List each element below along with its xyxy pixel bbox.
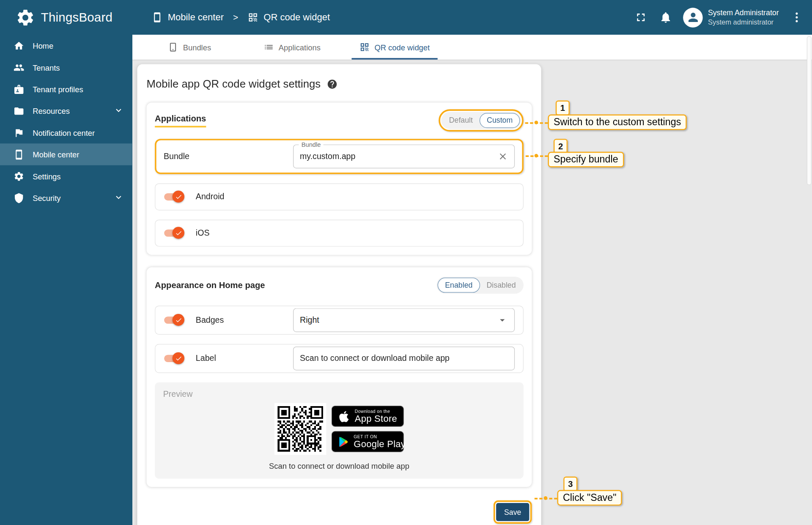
bundle-field-floating-label: Bundle: [299, 141, 324, 148]
check-icon: [175, 355, 182, 362]
app-store-badge[interactable]: Download on the App Store: [332, 406, 404, 427]
sidebar-item-label: Settings: [33, 172, 60, 181]
sidebar-item-notification-center[interactable]: Notification center: [0, 122, 132, 143]
app-name: ThingsBoard: [41, 10, 112, 25]
clear-bundle-button[interactable]: [498, 151, 508, 162]
bell-icon: [659, 11, 672, 24]
android-label: Android: [196, 192, 225, 201]
qr-code-icon: [359, 42, 370, 52]
sidebar-item-home[interactable]: Home: [0, 35, 132, 56]
breadcrumb-separator: >: [233, 12, 238, 22]
tab-applications[interactable]: Applications: [241, 35, 343, 60]
settings-card: Mobile app QR code widget settings Appli…: [137, 64, 541, 525]
thingsboard-logo[interactable]: ThingsBoard: [0, 8, 132, 27]
disabled-button[interactable]: Disabled: [480, 278, 523, 293]
tenants-icon: [14, 62, 25, 73]
annotation-connector-dot: [544, 496, 548, 500]
page-title: Mobile app QR code widget settings: [147, 78, 532, 90]
ios-toggle[interactable]: [164, 227, 184, 239]
user-name: System Administrator: [708, 8, 779, 18]
avatar: [683, 8, 703, 27]
notifications-button[interactable]: [658, 10, 672, 25]
sidebar-item-mobile-center[interactable]: Mobile center: [0, 143, 132, 165]
sidebar-item-label: Resources: [33, 107, 70, 115]
badges-position-select[interactable]: Right: [293, 308, 515, 332]
default-mode-button[interactable]: Default: [442, 113, 480, 128]
annotation-highlight-save: Save: [494, 500, 532, 524]
breadcrumb-item[interactable]: Mobile center: [168, 12, 224, 23]
tab-qr-code-widget[interactable]: QR code widget: [343, 35, 446, 60]
person-icon: [686, 10, 700, 24]
tab-bundles[interactable]: Bundles: [138, 35, 241, 60]
applications-icon: [263, 42, 274, 52]
annotation-connector-dot: [535, 121, 538, 124]
sidebar-item-settings[interactable]: Settings: [0, 165, 132, 187]
fullscreen-button[interactable]: [634, 10, 648, 25]
annotation-highlight-bundle: Bundle Bundle: [155, 139, 524, 174]
security-icon: [14, 192, 25, 203]
chevron-down-icon: [113, 192, 123, 204]
label-field: [293, 346, 515, 370]
qr-code-image: [274, 403, 326, 455]
app-window: ThingsBoard Mobile center > QR code widg…: [0, 0, 812, 525]
user-role: System administrator: [708, 18, 779, 27]
app-store-name: App Store: [355, 414, 397, 424]
label-toggle[interactable]: [164, 352, 184, 365]
annotation-callout: Switch to the custom settings: [548, 115, 687, 130]
sidebar-item-tenants[interactable]: Tenants: [0, 56, 132, 78]
thingsboard-logo-icon: [16, 8, 36, 27]
bundle-input[interactable]: [300, 152, 494, 161]
breadcrumb-item-current: QR code widget: [263, 12, 330, 23]
apple-icon: [337, 410, 350, 422]
topbar-actions: System Administrator System administrato…: [634, 8, 812, 27]
android-row: Android: [155, 183, 524, 210]
tab-label: Bundles: [183, 43, 211, 52]
mobile-center-icon: [14, 149, 25, 160]
preview-title: Preview: [163, 390, 516, 399]
appearance-panel: Appearance on Home page Enabled Disabled…: [147, 267, 532, 487]
bundle-row-label: Bundle: [164, 152, 293, 161]
dropdown-arrow-icon: [497, 314, 508, 326]
content-area: Bundles Applications QR code widget Mobi…: [132, 35, 812, 525]
preview-caption: Scan to connect or download mobile app: [163, 462, 516, 470]
label-row: Label: [155, 344, 524, 373]
annotation-callout: Specify bundle: [548, 152, 624, 168]
ios-row: iOS: [155, 220, 524, 247]
help-button[interactable]: [327, 79, 338, 90]
enabled-button[interactable]: Enabled: [438, 278, 480, 293]
kebab-menu-icon: [790, 11, 803, 24]
user-menu[interactable]: System Administrator System administrato…: [683, 8, 779, 27]
badges-row: Badges Right: [155, 305, 524, 335]
android-toggle[interactable]: [164, 191, 184, 203]
preview-box: Preview: [155, 382, 524, 479]
sidebar-item-label: Mobile center: [33, 150, 79, 159]
annotation-step-number: 1: [556, 101, 570, 116]
sidebar-item-tenant-profiles[interactable]: Tenant profiles: [0, 78, 132, 100]
breadcrumb: Mobile center > QR code widget: [152, 12, 330, 23]
ios-label: iOS: [196, 228, 210, 238]
state-toggle-group: Enabled Disabled: [437, 276, 524, 293]
sidebar-item-security[interactable]: Security: [0, 187, 132, 209]
scrollbar-thumb[interactable]: [807, 36, 812, 185]
fullscreen-icon: [634, 11, 647, 24]
google-play-badge[interactable]: GET IT ON Google Play: [332, 431, 404, 452]
save-row: Save: [147, 500, 532, 524]
check-icon: [175, 316, 182, 324]
label-label: Label: [196, 354, 293, 363]
sidebar-item-label: Notification center: [33, 128, 95, 137]
more-menu-button[interactable]: [789, 10, 804, 25]
sidebar-item-label: Tenants: [33, 63, 60, 72]
badges-toggle[interactable]: [164, 314, 184, 326]
mobile-center-icon: [152, 12, 163, 23]
bundles-icon: [168, 42, 178, 52]
sidebar-item-resources[interactable]: Resources: [0, 100, 132, 121]
mode-toggle-group: Default Custom: [441, 112, 521, 129]
custom-mode-button[interactable]: Custom: [480, 113, 520, 128]
save-button[interactable]: Save: [496, 503, 529, 521]
chevron-down-icon: [113, 105, 123, 117]
qr-code-icon: [247, 12, 258, 23]
sidebar-item-label: Home: [33, 41, 53, 50]
label-input[interactable]: [300, 354, 508, 363]
bundle-field: Bundle: [293, 145, 515, 168]
top-bar: ThingsBoard Mobile center > QR code widg…: [0, 0, 812, 35]
